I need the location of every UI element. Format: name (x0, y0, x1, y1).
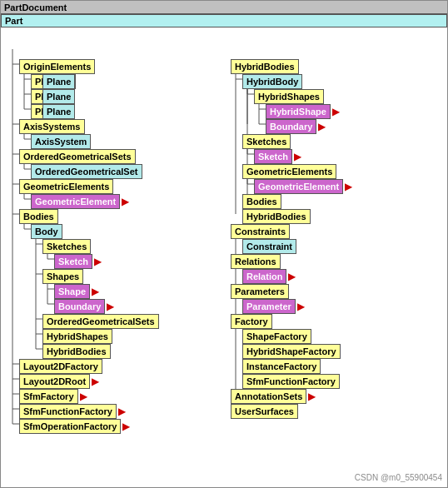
arrow-icon: ▶ (92, 286, 99, 297)
partdocument-label: PartDocument (4, 2, 67, 12)
node-boundary: Boundary (54, 299, 105, 314)
node-sketch: Sketch (254, 149, 292, 164)
node-orderedgeometricalset: OrderedGeometricalSet (31, 164, 142, 179)
node-factory: Factory (231, 314, 272, 329)
arrow-icon: ▶ (294, 151, 301, 162)
node-sfmfunctionfactory: SfmFunctionFactory (19, 404, 117, 419)
node-sketches: Sketches (242, 134, 291, 149)
node-hybridbody: HybridBody (242, 74, 302, 89)
arrow-icon: ▶ (122, 196, 129, 207)
partdocument-header: PartDocument (1, 1, 447, 14)
arrow-icon: ▶ (297, 301, 305, 312)
node-geometricelements: GeometricElements (19, 179, 113, 194)
node-sketches: Sketches (42, 239, 91, 254)
node-usersurfaces: UserSurfaces (231, 404, 298, 419)
part-header: Part (1, 14, 447, 27)
node-shapefactory: ShapeFactory (242, 329, 311, 344)
node-boundary: Boundary (266, 119, 316, 134)
arrow-icon: ▶ (318, 121, 326, 132)
node-annotationsets: AnnotationSets (231, 389, 306, 404)
node-hybridshapes: HybridShapes (42, 329, 112, 344)
node-geometricelement: GeometricElement (254, 179, 343, 194)
main-container: PartDocument Part OriginElementsPlaneXYP… (0, 0, 448, 488)
node-instancefactory: InstanceFactory (242, 359, 321, 374)
arrow-icon: ▶ (107, 301, 114, 312)
node-shapes: Shapes (42, 269, 83, 284)
node-geometricelement: GeometricElement (31, 194, 120, 209)
node-bodies: Bodies (242, 194, 281, 209)
arrow-icon: ▶ (332, 106, 340, 117)
node-bodies: Bodies (19, 209, 58, 224)
node-constraints: Constraints (231, 224, 290, 239)
node-shape: Shape (54, 284, 90, 299)
node-hybridshapefactory: HybridShapeFactory (242, 344, 341, 359)
arrow-icon: ▶ (308, 391, 316, 402)
node-orderedgeometricalsets: OrderedGeometricalSets (42, 314, 159, 329)
arrow-icon: ▶ (80, 391, 87, 402)
node-parameter: Parameter (242, 299, 296, 314)
node-relations: Relations (231, 254, 281, 269)
node-sfmfunctionfactory: SfmFunctionFactory (242, 374, 340, 389)
part-label: Part (5, 16, 22, 26)
node-relation: Relation (242, 269, 286, 284)
node-hybridbodies: HybridBodies (42, 344, 111, 359)
node-body: Body (31, 224, 62, 239)
arrow-icon: ▶ (92, 376, 99, 387)
arrow-icon: ▶ (94, 256, 102, 267)
node-hybridshape: HybridShape (266, 104, 331, 119)
node-sfmoperationfactory: SfmOperationFactory (19, 419, 121, 434)
watermark: CSDN @m0_55900454 (355, 473, 442, 482)
arrow-icon: ▶ (118, 406, 126, 417)
arrow-icon: ▶ (288, 271, 296, 282)
node-parameters: Parameters (231, 284, 289, 299)
node-plane: Plane (42, 89, 75, 104)
node-plane: Plane (42, 104, 75, 119)
node-hybridshapes: HybridShapes (254, 89, 324, 104)
node-sfmfactory: SfmFactory (19, 389, 78, 404)
node-layout2droot: Layout2DRoot (19, 374, 90, 389)
node-axissystem: AxisSystem (31, 134, 91, 149)
arrow-icon: ▶ (122, 421, 130, 432)
node-hybridbodies: HybridBodies (231, 59, 299, 74)
node-originelements: OriginElements (19, 59, 95, 74)
node-sketch: Sketch (54, 254, 92, 269)
node-orderedgeometricalsets: OrderedGeometricalSets (19, 149, 136, 164)
node-constraint: Constraint (242, 239, 296, 254)
node-geometricelements: GeometricElements (242, 164, 336, 179)
node-plane: Plane (42, 74, 75, 89)
node-axissystems: AxisSystems (19, 119, 85, 134)
arrow-icon: ▶ (345, 181, 352, 192)
node-layout2dfactory: Layout2DFactory (19, 359, 102, 374)
node-hybridbodies: HybridBodies (242, 209, 311, 224)
